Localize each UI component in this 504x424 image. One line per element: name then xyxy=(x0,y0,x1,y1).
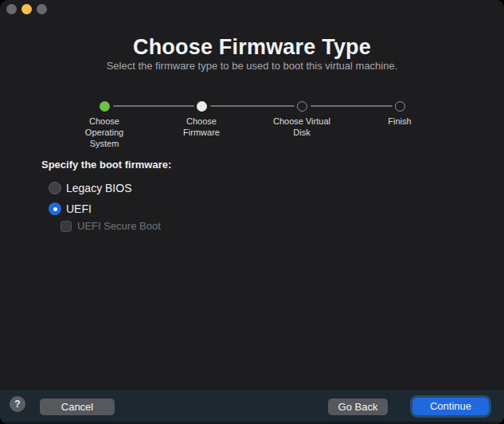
legacy-bios-label: Legacy BIOS xyxy=(66,182,132,194)
help-button[interactable]: ? xyxy=(10,396,25,412)
step-label: Finish xyxy=(376,116,424,127)
step-finish: Finish xyxy=(376,101,424,127)
step-choose-firmware: Choose Firmware xyxy=(173,101,230,138)
step-current-dot-icon xyxy=(197,101,207,112)
step-completed-dot-icon xyxy=(100,101,110,112)
page-title: Choose Firmware Type xyxy=(0,35,504,60)
titlebar xyxy=(0,0,504,19)
step-choose-virtual-disk: Choose Virtual Disk xyxy=(267,101,337,138)
uefi-secure-boot-label: UEFI Secure Boot xyxy=(77,220,161,232)
step-label: Choose Operating System xyxy=(74,116,135,149)
cancel-button[interactable]: Cancel xyxy=(40,398,115,415)
step-upcoming-dot-icon xyxy=(297,101,307,112)
radio-row-legacy-bios[interactable]: Legacy BIOS xyxy=(49,182,132,194)
boot-firmware-heading: Specify the boot firmware: xyxy=(41,159,171,171)
radio-selected-dot-icon xyxy=(53,207,57,211)
go-back-button[interactable]: Go Back xyxy=(328,398,388,415)
legacy-bios-radio[interactable] xyxy=(49,182,61,194)
step-upcoming-dot-icon xyxy=(395,101,405,112)
minimize-window-icon[interactable] xyxy=(21,4,32,14)
close-window-icon xyxy=(6,4,17,14)
step-choose-operating-system: Choose Operating System xyxy=(74,101,135,149)
wizard-window: Choose Firmware Type Select the firmware… xyxy=(0,0,504,424)
uefi-radio[interactable] xyxy=(49,202,61,215)
radio-row-uefi[interactable]: UEFI xyxy=(49,202,92,215)
page-subtitle: Select the firmware type to be used to b… xyxy=(0,60,504,72)
uefi-label: UEFI xyxy=(66,202,92,215)
step-label: Choose Virtual Disk xyxy=(267,116,337,138)
footer-bar: ? Cancel Go Back Continue xyxy=(0,389,504,424)
zoom-window-icon xyxy=(37,4,47,14)
uefi-secure-boot-checkbox xyxy=(61,221,72,232)
checkbox-row-uefi-secure-boot: UEFI Secure Boot xyxy=(61,220,161,232)
continue-button[interactable]: Continue xyxy=(412,398,489,415)
step-label: Choose Firmware xyxy=(173,116,230,138)
